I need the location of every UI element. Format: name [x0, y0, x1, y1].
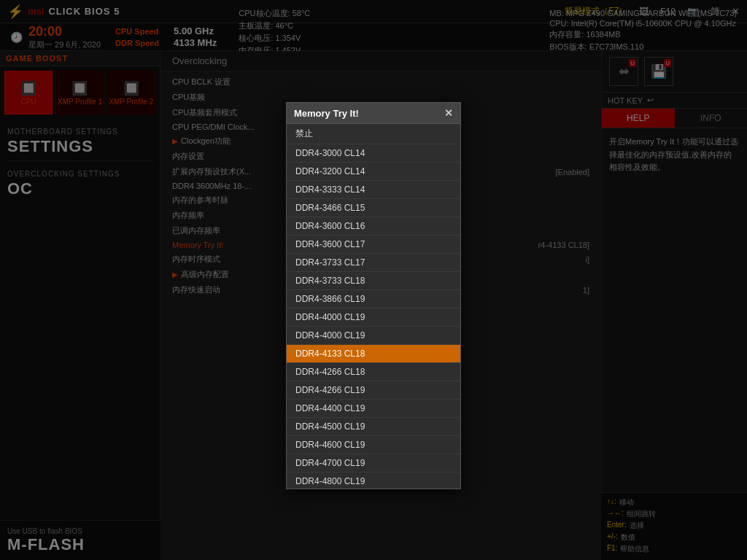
modal-item-11[interactable]: DDR4-4000 CL19 [287, 327, 460, 345]
modal-list[interactable]: 禁止DDR4-3000 CL14DDR4-3200 CL14DDR4-3333 … [287, 124, 460, 489]
modal-item-15[interactable]: DDR4-4400 CL19 [287, 400, 460, 418]
modal-item-5[interactable]: DDR4-3600 CL16 [287, 217, 460, 236]
modal-item-18[interactable]: DDR4-4700 CL19 [287, 454, 460, 472]
modal-header: Memory Try It! ✕ [287, 103, 460, 124]
modal-item-9[interactable]: DDR4-3866 CL19 [287, 290, 460, 308]
modal-item-0[interactable]: 禁止 [287, 124, 460, 144]
modal-item-8[interactable]: DDR4-3733 CL18 [287, 272, 460, 290]
modal-close-button[interactable]: ✕ [444, 107, 453, 119]
modal-item-17[interactable]: DDR4-4600 CL19 [287, 436, 460, 454]
modal-title: Memory Try It! [294, 108, 359, 119]
memory-try-it-modal: Memory Try It! ✕ 禁止DDR4-3000 CL14DDR4-32… [286, 102, 461, 489]
modal-item-4[interactable]: DDR4-3466 CL15 [287, 199, 460, 217]
modal-item-16[interactable]: DDR4-4500 CL19 [287, 418, 460, 436]
modal-item-1[interactable]: DDR4-3000 CL14 [287, 144, 460, 163]
modal-item-6[interactable]: DDR4-3600 CL17 [287, 236, 460, 254]
modal-item-7[interactable]: DDR4-3733 CL17 [287, 254, 460, 272]
modal-item-13[interactable]: DDR4-4266 CL18 [287, 363, 460, 381]
modal-item-3[interactable]: DDR4-3333 CL14 [287, 181, 460, 199]
modal-item-2[interactable]: DDR4-3200 CL14 [287, 163, 460, 181]
modal-item-12[interactable]: DDR4-4133 CL18 [287, 345, 460, 363]
modal-item-19[interactable]: DDR4-4800 CL19 [287, 472, 460, 489]
modal-item-10[interactable]: DDR4-4000 CL19 [287, 308, 460, 327]
modal-item-14[interactable]: DDR4-4266 CL19 [287, 381, 460, 400]
modal-overlay: Memory Try It! ✕ 禁止DDR4-3000 CL14DDR4-32… [0, 0, 747, 560]
